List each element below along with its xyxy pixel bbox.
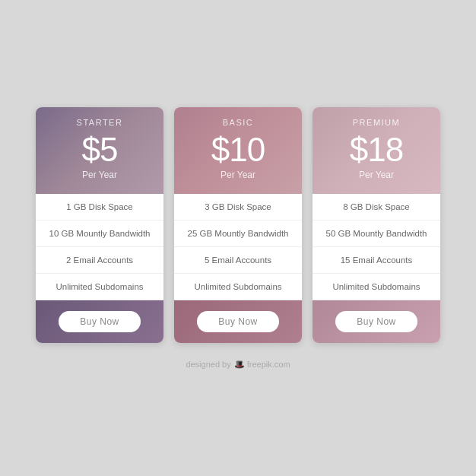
plan-price-basic: $10 (211, 133, 265, 167)
footer-text: designed by (186, 360, 230, 369)
buy-button-basic[interactable]: Buy Now (197, 311, 279, 332)
plan-header-starter: STARTER$5Per Year (36, 107, 163, 194)
feature-row: 50 GB Mountly Bandwidth (313, 221, 440, 247)
plan-footer-premium: Buy Now (313, 300, 440, 343)
plan-price-starter: $5 (82, 133, 118, 167)
feature-row: 2 Email Accounts (36, 247, 163, 274)
feature-row: Unlimited Subdomains (174, 274, 302, 300)
plan-name-premium: PREMIUM (353, 118, 400, 127)
feature-row: 1 GB Disk Space (36, 194, 163, 221)
feature-row: 15 Email Accounts (313, 247, 440, 274)
plan-name-starter: STARTER (77, 118, 123, 127)
plan-header-basic: BASIC$10Per Year (174, 107, 302, 194)
plan-name-basic: BASIC (223, 118, 254, 127)
plan-footer-basic: Buy Now (174, 300, 302, 343)
feature-row: 3 GB Disk Space (174, 194, 302, 221)
plan-period-starter: Per Year (82, 170, 117, 180)
pricing-table: STARTER$5Per Year1 GB Disk Space10 GB Mo… (36, 107, 440, 343)
plan-footer-starter: Buy Now (36, 300, 163, 343)
feature-row: Unlimited Subdomains (313, 274, 440, 300)
feature-row: 5 Email Accounts (174, 247, 302, 274)
feature-row: 10 GB Mountly Bandwidth (36, 221, 163, 247)
plan-features-premium: 8 GB Disk Space50 GB Mountly Bandwidth15… (313, 194, 440, 300)
footer-credit: designed by 🎩 freepik.com (186, 360, 290, 370)
buy-button-starter[interactable]: Buy Now (59, 311, 141, 332)
feature-row: 8 GB Disk Space (313, 194, 440, 221)
plan-header-premium: PREMIUM$18Per Year (313, 107, 440, 194)
plan-card-premium: PREMIUM$18Per Year8 GB Disk Space50 GB M… (313, 107, 440, 343)
plan-period-basic: Per Year (221, 170, 255, 180)
feature-row: Unlimited Subdomains (36, 274, 163, 300)
plan-period-premium: Per Year (359, 170, 394, 180)
buy-button-premium[interactable]: Buy Now (335, 311, 417, 332)
feature-row: 25 GB Mountly Bandwidth (174, 221, 302, 247)
plan-features-starter: 1 GB Disk Space10 GB Mountly Bandwidth2 … (36, 194, 163, 300)
plan-card-starter: STARTER$5Per Year1 GB Disk Space10 GB Mo… (36, 107, 163, 343)
plan-features-basic: 3 GB Disk Space25 GB Mountly Bandwidth5 … (174, 194, 302, 300)
plan-card-basic: BASIC$10Per Year3 GB Disk Space25 GB Mou… (174, 107, 302, 343)
plan-price-premium: $18 (350, 133, 403, 167)
footer-brand: 🎩 freepik.com (234, 360, 290, 370)
